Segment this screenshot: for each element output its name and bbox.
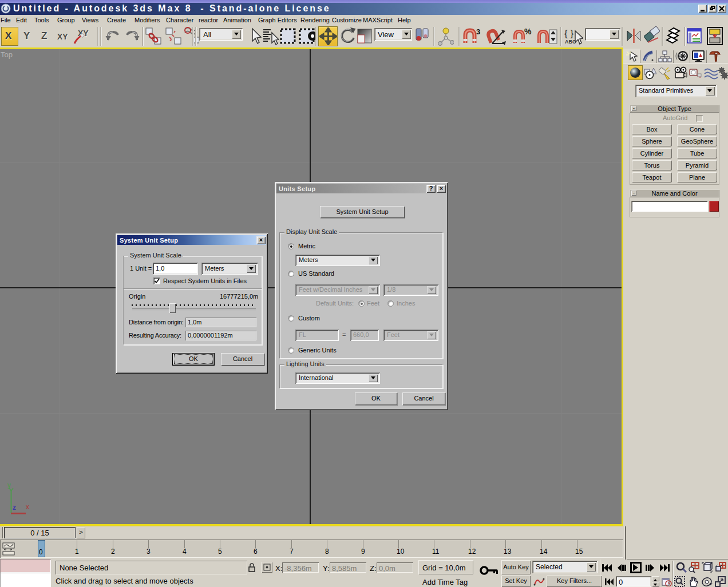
svg-text:z: z [13, 503, 16, 511]
svg-text:ABC: ABC [565, 39, 576, 45]
svg-text:x: x [26, 503, 29, 511]
svg-text:%: % [524, 27, 532, 36]
svg-text:3: 3 [476, 27, 480, 36]
svg-text:{ }: { } [564, 28, 573, 39]
svg-text:y: y [7, 481, 11, 489]
